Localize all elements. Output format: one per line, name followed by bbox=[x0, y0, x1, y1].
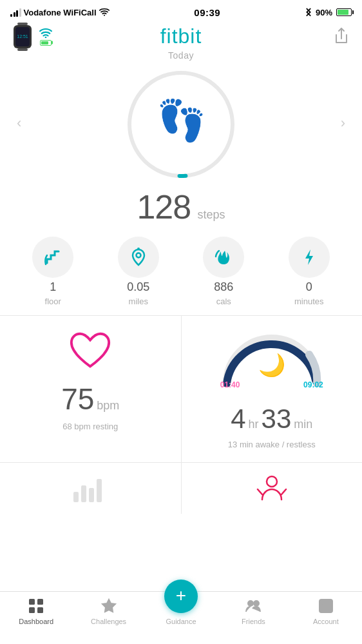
tab-account[interactable]: Account bbox=[290, 596, 362, 625]
challenge-icon bbox=[256, 473, 288, 505]
heart-icon bbox=[68, 329, 113, 376]
app-logo: fitbit bbox=[160, 24, 202, 48]
calories-label: cals bbox=[216, 297, 231, 306]
sleep-minutes: 33 bbox=[262, 404, 292, 434]
floors-value: 1 bbox=[50, 280, 56, 294]
battery-icon bbox=[336, 8, 352, 16]
svg-rect-2 bbox=[17, 48, 28, 51]
battery-percent: 90% bbox=[316, 8, 332, 17]
heart-rate-card[interactable]: 75 bpm 68 bpm resting bbox=[0, 316, 182, 462]
stat-calories[interactable]: 886 cals bbox=[181, 237, 267, 306]
prev-day-button[interactable]: ‹ bbox=[10, 108, 28, 138]
svg-rect-1 bbox=[17, 23, 28, 25]
friends-label: Friends bbox=[242, 618, 265, 625]
svg-point-31 bbox=[321, 603, 325, 607]
svg-point-0 bbox=[104, 14, 105, 15]
floors-circle bbox=[32, 237, 73, 278]
stat-active[interactable]: 0 minutes bbox=[267, 237, 352, 306]
distance-label: miles bbox=[129, 297, 148, 306]
steps-number: 128 bbox=[137, 188, 191, 226]
share-icon bbox=[334, 27, 349, 45]
battery-fill bbox=[338, 10, 348, 15]
active-label: minutes bbox=[294, 297, 324, 306]
sleep-card[interactable]: 🌙 01:40 09:02 4 hr 33 min 13 min awake /… bbox=[182, 316, 363, 462]
dashboard-label: Dashboard bbox=[19, 618, 53, 625]
steps-circle-wrapper: ‹ 👣 › bbox=[0, 61, 362, 185]
plus-icon: + bbox=[176, 587, 186, 605]
wifi-icon bbox=[99, 7, 110, 18]
active-value: 0 bbox=[306, 280, 312, 294]
bluetooth-icon bbox=[305, 6, 312, 19]
tab-challenges[interactable]: Challenges bbox=[72, 596, 144, 625]
heart-rate-resting: 68 bpm resting bbox=[62, 422, 118, 431]
today-section: Today bbox=[0, 48, 362, 61]
svg-point-11 bbox=[136, 253, 140, 258]
calories-value: 886 bbox=[214, 280, 233, 294]
heart-rate-value: 75 bbox=[61, 382, 94, 416]
friends-icon bbox=[244, 597, 262, 615]
svg-rect-21 bbox=[29, 599, 35, 605]
floors-label: floor bbox=[45, 297, 61, 306]
carrier-label: Vodafone WiFiCall bbox=[24, 8, 97, 17]
svg-line-19 bbox=[258, 489, 262, 494]
svg-marker-25 bbox=[102, 600, 115, 612]
svg-point-12 bbox=[137, 248, 140, 250]
watch-icon: 12:51 bbox=[10, 21, 35, 52]
tab-dashboard[interactable]: Dashboard bbox=[0, 596, 72, 625]
sleep-hr-label: hr bbox=[249, 418, 259, 431]
stat-floors[interactable]: 1 floor bbox=[10, 237, 96, 306]
sleep-start-time: 01:40 bbox=[220, 380, 240, 389]
steps-unit: steps bbox=[198, 208, 225, 221]
status-time: 09:39 bbox=[194, 7, 220, 18]
status-left: Vodafone WiFiCall bbox=[10, 7, 110, 18]
dashboard-icon bbox=[27, 597, 45, 615]
today-label: Today bbox=[168, 50, 194, 61]
svg-rect-15 bbox=[81, 485, 86, 502]
account-icon bbox=[317, 597, 335, 615]
challenges-icon bbox=[100, 597, 118, 615]
guidance-label: Guidance bbox=[166, 618, 196, 625]
svg-text:👣: 👣 bbox=[157, 97, 207, 144]
sleep-hours: 4 bbox=[231, 404, 245, 434]
next-day-button[interactable]: › bbox=[334, 108, 352, 138]
device-wifi-icon bbox=[39, 28, 53, 38]
flame-icon bbox=[213, 246, 234, 268]
bottom-preview-row bbox=[0, 462, 362, 514]
status-right: 90% bbox=[305, 6, 352, 19]
svg-rect-16 bbox=[89, 488, 94, 502]
add-activity-button[interactable]: + bbox=[164, 580, 198, 613]
heart-rate-unit: bpm bbox=[97, 399, 119, 413]
svg-rect-22 bbox=[37, 599, 43, 605]
svg-text:🌙: 🌙 bbox=[258, 352, 286, 378]
tab-friends[interactable]: Friends bbox=[217, 596, 289, 625]
stat-distance[interactable]: 0.05 miles bbox=[96, 237, 182, 306]
distance-circle bbox=[118, 237, 159, 278]
svg-point-29 bbox=[254, 601, 259, 606]
bottom-card-left[interactable] bbox=[0, 463, 182, 514]
distance-value: 0.05 bbox=[127, 280, 149, 294]
sleep-end-time: 09:02 bbox=[303, 380, 323, 389]
svg-line-20 bbox=[281, 489, 286, 494]
stairs-icon bbox=[42, 246, 64, 268]
svg-point-28 bbox=[248, 601, 253, 606]
share-button[interactable] bbox=[331, 26, 352, 46]
svg-point-6 bbox=[45, 36, 47, 37]
challenges-label: Challenges bbox=[91, 618, 126, 625]
sleep-min-label: min bbox=[294, 418, 312, 431]
cards-row: 75 bpm 68 bpm resting 🌙 01:40 09:02 4 hr… bbox=[0, 315, 362, 462]
svg-rect-23 bbox=[29, 607, 35, 613]
calories-circle bbox=[203, 237, 244, 278]
signal-bars bbox=[10, 8, 21, 17]
bottom-card-right[interactable] bbox=[182, 463, 363, 514]
device-info: 12:51 bbox=[10, 21, 53, 52]
status-bar: Vodafone WiFiCall 09:39 90% bbox=[0, 0, 362, 23]
account-label: Account bbox=[313, 618, 339, 625]
svg-rect-14 bbox=[73, 492, 79, 502]
svg-rect-24 bbox=[37, 607, 43, 613]
active-circle bbox=[289, 237, 330, 278]
stats-row: 1 floor 0.05 miles 886 cals bbox=[0, 231, 362, 315]
svg-point-18 bbox=[267, 476, 277, 487]
sleep-arc: 🌙 01:40 09:02 bbox=[220, 329, 323, 387]
location-icon bbox=[128, 246, 149, 268]
steps-progress-circle: 👣 bbox=[123, 66, 239, 182]
